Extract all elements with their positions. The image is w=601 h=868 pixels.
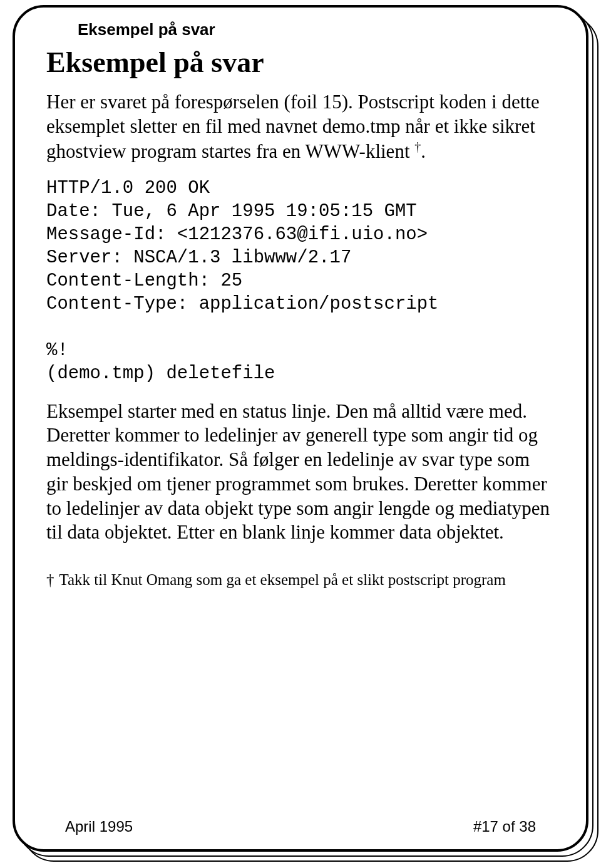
footnote-text: Takk til Knut Omang som ga et eksempel p… <box>59 570 506 591</box>
intro-text-before: Her er svaret på forespørselen (foil 15)… <box>46 91 540 162</box>
slide-header-label: Eksempel på svar <box>78 20 555 39</box>
http-response-code: HTTP/1.0 200 OK Date: Tue, 6 Apr 1995 19… <box>46 177 555 386</box>
intro-paragraph: Her er svaret på forespørselen (foil 15)… <box>46 90 555 164</box>
dagger-ref: † <box>414 140 421 153</box>
footer-page-number: #17 of 38 <box>473 818 536 835</box>
footnote-mark: † <box>46 570 54 591</box>
slide-title: Eksempel på svar <box>46 46 555 79</box>
card-stack: Eksempel på svar Eksempel på svar Her er… <box>13 5 588 857</box>
body-paragraph: Eksempel starter med en status linje. De… <box>46 400 555 545</box>
intro-text-after: . <box>421 140 426 162</box>
footnote: † Takk til Knut Omang som ga et eksempel… <box>46 570 555 591</box>
slide-card: Eksempel på svar Eksempel på svar Her er… <box>13 5 588 852</box>
footer-date: April 1995 <box>65 818 133 835</box>
slide-footer: April 1995 #17 of 38 <box>65 818 536 835</box>
